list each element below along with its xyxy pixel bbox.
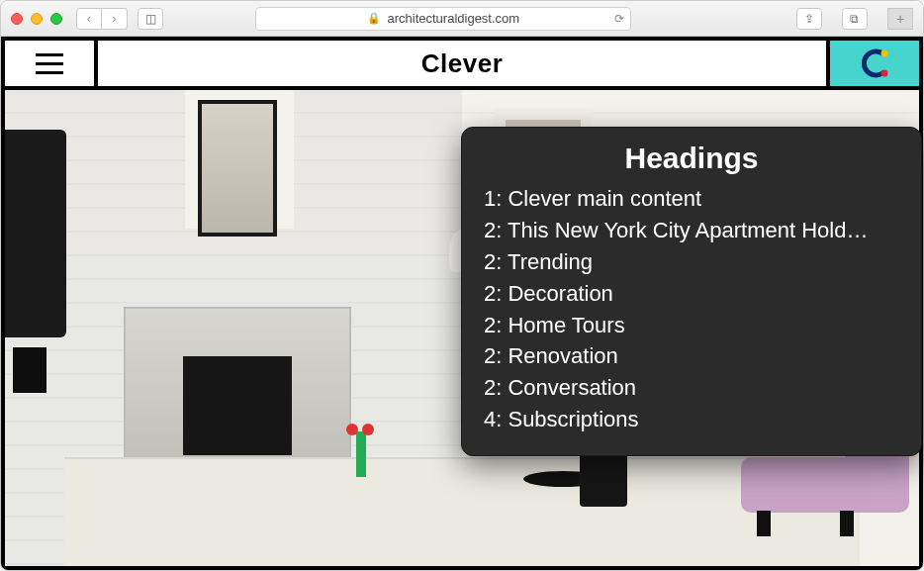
back-button[interactable]: ‹ (76, 8, 102, 30)
menu-button[interactable] (5, 41, 98, 86)
svg-point-0 (881, 50, 888, 57)
rotor-title: Headings (484, 142, 899, 175)
tabs-button[interactable]: ⧉ (842, 8, 868, 30)
clever-logo-icon (855, 44, 894, 83)
plus-icon: + (896, 11, 904, 27)
svg-point-1 (881, 70, 888, 77)
share-button[interactable]: ⇪ (796, 8, 822, 30)
address-bar[interactable]: 🔒 architecturaldigest.com ⟳ (255, 7, 631, 31)
new-tab-button[interactable]: + (887, 8, 913, 30)
reload-icon[interactable]: ⟳ (614, 12, 624, 26)
rotor-item[interactable]: 2: Home Tours (484, 310, 899, 341)
hamburger-icon (36, 53, 63, 74)
safari-titlebar: ‹ › ◫ 🔒 architecturaldigest.com ⟳ ⇪ ⧉ + (1, 1, 923, 37)
sidebar-toggle-button[interactable]: ◫ (138, 8, 163, 30)
chevron-left-icon: ‹ (87, 11, 91, 26)
minimize-window-button[interactable] (31, 13, 43, 25)
site-brand[interactable]: Clever (98, 41, 826, 86)
fullscreen-window-button[interactable] (50, 13, 62, 25)
rotor-item[interactable]: 4: Subscriptions (484, 404, 899, 435)
sidebar-icon: ◫ (145, 12, 156, 26)
forward-button[interactable]: › (102, 8, 128, 30)
close-window-button[interactable] (11, 13, 23, 25)
tabs-icon: ⧉ (850, 12, 859, 26)
rotor-item[interactable]: 2: Trending (484, 246, 899, 278)
lock-icon: 🔒 (367, 12, 381, 25)
window-controls (11, 13, 62, 25)
headings-rotor: Headings 1: Clever main content2: This N… (461, 127, 922, 456)
rotor-item[interactable]: 1: Clever main content (484, 183, 899, 215)
chevron-right-icon: › (112, 11, 116, 26)
share-icon: ⇪ (804, 12, 814, 26)
rotor-item[interactable]: 2: Conversation (484, 372, 899, 404)
rotor-list: 1: Clever main content2: This New York C… (484, 183, 899, 435)
nav-button-group: ‹ › (76, 8, 128, 30)
rotor-item[interactable]: 2: Renovation (484, 340, 899, 372)
address-bar-text: architecturaldigest.com (387, 11, 519, 26)
site-header: Clever (5, 41, 919, 90)
site-logo-button[interactable] (826, 41, 919, 86)
rotor-item[interactable]: 2: Decoration (484, 278, 899, 310)
rotor-item[interactable]: 2: This New York City Apartment Hold… (484, 215, 899, 246)
